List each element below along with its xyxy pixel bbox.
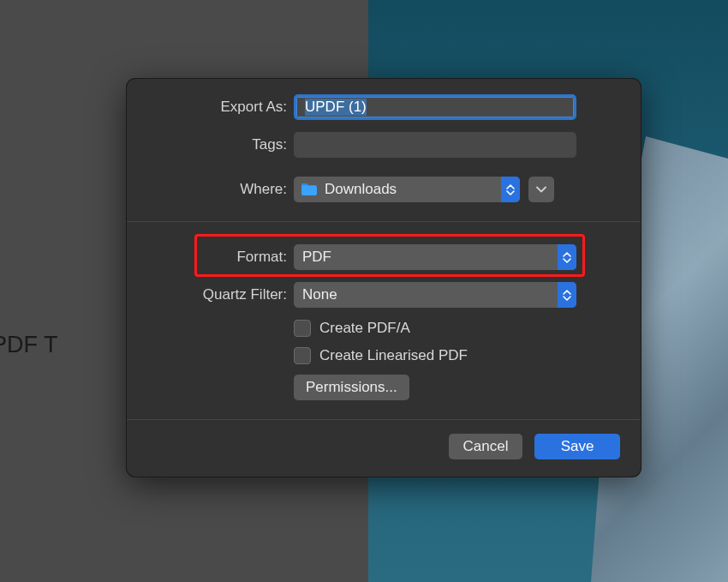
quartz-filter-label: Quartz Filter: [147, 286, 294, 303]
create-linearised-checkbox[interactable] [294, 347, 311, 364]
background-text: st AI PDF T [0, 332, 58, 358]
cancel-button[interactable]: Cancel [449, 434, 522, 459]
quartz-filter-value: None [302, 286, 337, 303]
where-value: Downloads [325, 181, 397, 198]
cancel-button-label: Cancel [463, 438, 509, 455]
dialog-footer: Cancel Save [127, 420, 641, 477]
updown-arrows-icon [501, 177, 520, 202]
export-as-label: Export As: [147, 99, 294, 116]
quartz-filter-popup[interactable]: None [294, 282, 576, 308]
tags-input[interactable] [294, 132, 576, 158]
folder-icon [301, 183, 318, 196]
dialog-top-section: Export As: Tags: Where: [127, 79, 641, 221]
create-pdfa-label: Create PDF/A [319, 320, 410, 337]
create-pdfa-checkbox[interactable] [294, 320, 311, 337]
create-linearised-label: Create Linearised PDF [319, 347, 468, 364]
permissions-button[interactable]: Permissions... [294, 375, 409, 400]
expand-where-button[interactable] [528, 177, 554, 202]
chevron-down-icon [536, 186, 546, 193]
tags-label: Tags: [147, 136, 294, 153]
updown-arrows-icon [558, 244, 576, 270]
where-label: Where: [147, 181, 294, 198]
format-popup[interactable]: PDF [294, 244, 576, 270]
dialog-middle-section: Format: PDF Quartz Filter: None [127, 222, 641, 419]
where-popup[interactable]: Downloads [294, 177, 520, 202]
export-dialog: Export As: Tags: Where: [127, 79, 641, 477]
permissions-button-label: Permissions... [306, 379, 397, 396]
save-button[interactable]: Save [534, 434, 620, 459]
updown-arrows-icon [558, 282, 576, 308]
export-as-input[interactable] [294, 94, 576, 120]
format-value: PDF [302, 249, 331, 266]
save-button-label: Save [561, 438, 594, 455]
format-label: Format: [147, 249, 294, 266]
